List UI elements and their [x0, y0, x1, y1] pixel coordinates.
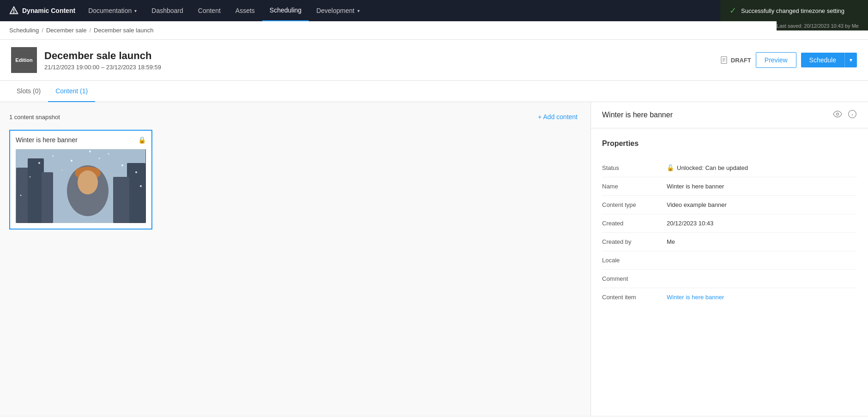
- page-header: Edition December sale launch 21/12/2023 …: [0, 40, 868, 81]
- prop-label-content-item: Content item: [602, 294, 667, 301]
- prop-value-created-by: Me: [667, 238, 857, 245]
- nav-development[interactable]: Development ▾: [309, 0, 367, 21]
- add-content-button[interactable]: + Add content: [534, 111, 581, 122]
- lock-open-icon: 🔓: [667, 164, 674, 171]
- tab-content[interactable]: Content (1): [48, 81, 95, 102]
- svg-point-22: [121, 164, 123, 166]
- draft-badge: DRAFT: [720, 56, 751, 64]
- prop-label-created: Created: [602, 220, 667, 227]
- breadcrumb-scheduling[interactable]: Scheduling: [9, 27, 39, 34]
- lock-icon: 🔒: [138, 136, 146, 144]
- success-toast: ✓ Successfully changed timezone setting: [720, 0, 868, 21]
- prop-row-created: Created 20/12/2023 10:43: [602, 214, 857, 233]
- page-title: December sale launch: [44, 50, 161, 62]
- svg-point-17: [78, 170, 98, 194]
- svg-point-27: [62, 169, 63, 170]
- svg-point-28: [99, 158, 100, 159]
- logo-icon: [9, 6, 18, 15]
- prop-label-status: Status: [602, 164, 667, 171]
- app-logo[interactable]: Dynamic Content: [4, 0, 81, 21]
- chevron-down-icon-dev: ▾: [357, 8, 360, 13]
- preview-button[interactable]: Preview: [756, 52, 796, 68]
- nav-assets[interactable]: Assets: [228, 0, 262, 21]
- breadcrumb-sep-2: /: [89, 27, 91, 34]
- schedule-dropdown-button[interactable]: ▾: [844, 53, 857, 67]
- page-header-left: Edition December sale launch 21/12/2023 …: [11, 47, 161, 73]
- content-card-image: [16, 149, 146, 223]
- prop-label-name: Name: [602, 183, 667, 190]
- winter-scene-svg: [16, 149, 146, 223]
- nav-dashboard[interactable]: Dashboard: [144, 0, 191, 21]
- breadcrumb-current: December sale launch: [94, 27, 153, 34]
- prop-value-status: 🔓 Unlocked: Can be updated: [667, 164, 857, 171]
- prop-value-content-item[interactable]: Winter is here banner: [667, 294, 857, 301]
- prop-row-name: Name Winter is here banner: [602, 177, 857, 196]
- prop-label-content-type: Content type: [602, 201, 667, 208]
- svg-point-20: [71, 160, 72, 162]
- svg-point-24: [135, 171, 137, 173]
- main-content: 1 content snapshot + Add content Winter …: [0, 102, 868, 416]
- prop-value-name: Winter is here banner: [667, 183, 857, 190]
- prop-value-created: 20/12/2023 10:43: [667, 220, 857, 227]
- svg-point-25: [20, 195, 22, 196]
- tabs-bar: Slots (0) Content (1): [0, 81, 868, 102]
- svg-rect-10: [28, 158, 44, 223]
- prop-row-comment: Comment: [602, 270, 857, 288]
- svg-point-23: [30, 176, 31, 178]
- nav-content[interactable]: Content: [191, 0, 228, 21]
- toast-message: Successfully changed timezone setting: [741, 7, 844, 14]
- prop-row-locale: Locale: [602, 251, 857, 270]
- prop-label-comment: Comment: [602, 275, 667, 282]
- svg-point-2: [14, 12, 14, 13]
- right-panel-header: Winter is here banner: [591, 102, 868, 128]
- prop-value-content-type: Video example banner: [667, 201, 857, 208]
- properties-section: Properties Status 🔓 Unlocked: Can be upd…: [591, 128, 868, 317]
- page-title-block: December sale launch 21/12/2023 19:00:00…: [44, 50, 161, 71]
- eye-icon: [833, 109, 842, 119]
- svg-point-26: [140, 185, 142, 187]
- panel-header: 1 content snapshot + Add content: [9, 111, 581, 122]
- svg-point-30: [837, 113, 839, 115]
- content-card-header: Winter is here banner 🔒: [16, 136, 146, 144]
- breadcrumb: Scheduling / December sale / December sa…: [0, 21, 868, 40]
- prop-label-created-by: Created by: [602, 238, 667, 245]
- info-icon: [848, 109, 857, 119]
- page-header-right: DRAFT Preview Schedule ▾: [720, 52, 857, 68]
- content-card[interactable]: Winter is here banner 🔒: [9, 130, 152, 230]
- breadcrumb-december-sale[interactable]: December sale: [46, 27, 86, 34]
- prop-label-locale: Locale: [602, 257, 667, 264]
- schedule-button-group: Schedule ▾: [801, 53, 857, 67]
- snapshot-count: 1 content snapshot: [9, 114, 60, 121]
- nav-documentation[interactable]: Documentation ▾: [81, 0, 144, 21]
- left-panel: 1 content snapshot + Add content Winter …: [0, 102, 591, 416]
- right-panel-icons: [833, 109, 857, 121]
- right-panel: Winter is here banner Pr: [591, 102, 868, 416]
- svg-rect-11: [42, 172, 53, 223]
- svg-point-18: [38, 162, 40, 164]
- svg-rect-13: [113, 177, 129, 223]
- chevron-down-icon: ▾: [134, 8, 137, 13]
- prop-row-status: Status 🔓 Unlocked: Can be updated: [602, 159, 857, 177]
- check-icon: ✓: [729, 6, 736, 16]
- last-saved: Last saved: 20/12/2023 10:43 by Me: [777, 21, 868, 30]
- draft-icon: [720, 56, 728, 64]
- breadcrumb-sep-1: /: [42, 27, 43, 34]
- app-name: Dynamic Content: [22, 7, 75, 14]
- eye-icon-button[interactable]: [833, 109, 842, 121]
- properties-title: Properties: [602, 139, 857, 148]
- tab-slots[interactable]: Slots (0): [9, 81, 48, 102]
- svg-point-19: [53, 156, 54, 157]
- schedule-button[interactable]: Schedule: [801, 53, 844, 67]
- content-card-title: Winter is here banner: [16, 136, 78, 144]
- svg-point-29: [89, 151, 91, 152]
- prop-row-content-item: Content item Winter is here banner: [602, 288, 857, 306]
- info-icon-button[interactable]: [848, 109, 857, 121]
- svg-point-21: [108, 153, 109, 155]
- edition-icon: Edition: [11, 47, 37, 73]
- page-dates: 21/12/2023 19:00:00 – 23/12/2023 18:59:5…: [44, 64, 161, 71]
- right-panel-title: Winter is here banner: [602, 111, 673, 119]
- nav-scheduling[interactable]: Scheduling: [262, 0, 309, 21]
- prop-row-content-type: Content type Video example banner: [602, 196, 857, 214]
- prop-row-created-by: Created by Me: [602, 233, 857, 251]
